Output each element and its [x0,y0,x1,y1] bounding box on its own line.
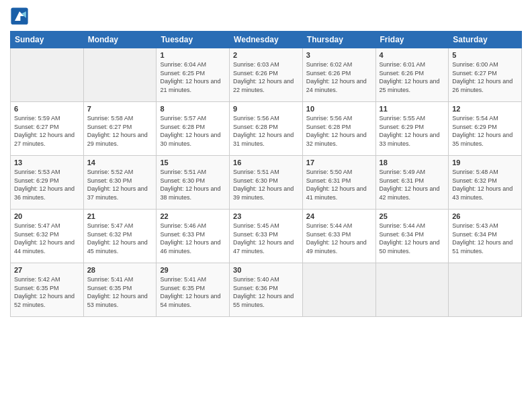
header-cell-monday: Monday [83,32,157,48]
day-cell: 4Sunrise: 6:01 AMSunset: 6:26 PMDaylight… [375,48,449,102]
sun-info: Sunrise: 5:51 AMSunset: 6:30 PMDaylight:… [160,168,226,201]
header-cell-saturday: Saturday [449,32,522,48]
day-cell [11,48,84,102]
day-number: 24 [306,212,372,220]
day-number: 26 [452,212,518,220]
sun-info: Sunrise: 5:47 AMSunset: 6:32 PMDaylight:… [87,222,153,255]
day-cell: 15Sunrise: 5:51 AMSunset: 6:30 PMDayligh… [157,156,230,210]
day-cell: 2Sunrise: 6:03 AMSunset: 6:26 PMDaylight… [230,48,303,102]
sun-info: Sunrise: 5:43 AMSunset: 6:34 PMDaylight:… [452,222,518,255]
sun-info: Sunrise: 6:04 AMSunset: 6:25 PMDaylight:… [160,60,226,94]
day-cell: 21Sunrise: 5:47 AMSunset: 6:32 PMDayligh… [83,210,157,263]
day-number: 7 [87,105,153,113]
week-row-2: 6Sunrise: 5:59 AMSunset: 6:27 PMDaylight… [11,102,522,156]
day-cell: 16Sunrise: 5:51 AMSunset: 6:30 PMDayligh… [230,156,303,210]
day-number: 9 [233,105,299,113]
day-number: 12 [452,105,518,113]
day-cell: 25Sunrise: 5:44 AMSunset: 6:34 PMDayligh… [375,210,449,263]
day-cell: 8Sunrise: 5:57 AMSunset: 6:28 PMDaylight… [157,102,230,156]
sun-info: Sunrise: 5:56 AMSunset: 6:28 PMDaylight:… [233,114,299,148]
day-number: 30 [233,266,299,274]
day-number: 10 [306,105,372,113]
sun-info: Sunrise: 5:54 AMSunset: 6:29 PMDaylight:… [452,114,518,148]
day-cell [375,263,449,317]
sun-info: Sunrise: 5:47 AMSunset: 6:32 PMDaylight:… [14,222,80,255]
day-cell [83,48,157,102]
day-number: 19 [452,158,518,167]
day-cell: 24Sunrise: 5:44 AMSunset: 6:33 PMDayligh… [302,210,375,263]
sun-info: Sunrise: 5:49 AMSunset: 6:31 PMDaylight:… [380,168,445,201]
sun-info: Sunrise: 5:50 AMSunset: 6:31 PMDaylight:… [306,168,372,201]
day-number: 27 [14,266,80,274]
day-cell: 11Sunrise: 5:55 AMSunset: 6:29 PMDayligh… [375,102,449,156]
day-number: 15 [160,158,226,167]
week-row-5: 27Sunrise: 5:42 AMSunset: 6:35 PMDayligh… [11,263,522,317]
day-cell [302,263,375,317]
day-number: 3 [306,51,372,59]
header-cell-thursday: Thursday [302,32,375,48]
sun-info: Sunrise: 5:42 AMSunset: 6:35 PMDaylight:… [14,275,80,309]
day-cell: 14Sunrise: 5:52 AMSunset: 6:30 PMDayligh… [83,156,157,210]
day-number: 2 [233,51,299,59]
sun-info: Sunrise: 6:01 AMSunset: 6:26 PMDaylight:… [380,60,445,94]
day-cell: 3Sunrise: 6:02 AMSunset: 6:26 PMDaylight… [302,48,375,102]
sun-info: Sunrise: 5:51 AMSunset: 6:30 PMDaylight:… [233,168,299,201]
day-cell: 29Sunrise: 5:41 AMSunset: 6:35 PMDayligh… [157,263,230,317]
day-cell: 23Sunrise: 5:45 AMSunset: 6:33 PMDayligh… [230,210,303,263]
day-cell: 13Sunrise: 5:53 AMSunset: 6:29 PMDayligh… [11,156,84,210]
day-number: 6 [14,105,80,113]
sun-info: Sunrise: 5:44 AMSunset: 6:34 PMDaylight:… [380,222,445,255]
day-number: 18 [380,158,445,167]
day-number: 22 [160,212,226,220]
sun-info: Sunrise: 5:41 AMSunset: 6:35 PMDaylight:… [87,275,153,309]
header-cell-tuesday: Tuesday [157,32,230,48]
sun-info: Sunrise: 6:00 AMSunset: 6:27 PMDaylight:… [452,60,518,94]
sun-info: Sunrise: 5:57 AMSunset: 6:28 PMDaylight:… [160,114,226,148]
day-cell: 9Sunrise: 5:56 AMSunset: 6:28 PMDaylight… [230,102,303,156]
sun-info: Sunrise: 5:48 AMSunset: 6:32 PMDaylight:… [452,168,518,201]
calendar-header: SundayMondayTuesdayWednesdayThursdayFrid… [11,32,522,48]
day-cell: 18Sunrise: 5:49 AMSunset: 6:31 PMDayligh… [375,156,449,210]
day-number: 4 [380,51,445,59]
sun-info: Sunrise: 5:56 AMSunset: 6:28 PMDaylight:… [306,114,372,148]
sun-info: Sunrise: 5:44 AMSunset: 6:33 PMDaylight:… [306,222,372,255]
day-cell: 7Sunrise: 5:58 AMSunset: 6:27 PMDaylight… [83,102,157,156]
day-cell: 6Sunrise: 5:59 AMSunset: 6:27 PMDaylight… [11,102,84,156]
day-cell: 1Sunrise: 6:04 AMSunset: 6:25 PMDaylight… [157,48,230,102]
sun-info: Sunrise: 5:41 AMSunset: 6:35 PMDaylight:… [160,275,226,309]
day-number: 25 [380,212,445,220]
day-cell: 30Sunrise: 5:40 AMSunset: 6:36 PMDayligh… [230,263,303,317]
day-cell: 12Sunrise: 5:54 AMSunset: 6:29 PMDayligh… [449,102,522,156]
header-cell-wednesday: Wednesday [230,32,303,48]
day-cell [449,263,522,317]
sun-info: Sunrise: 5:40 AMSunset: 6:36 PMDaylight:… [233,275,299,309]
sun-info: Sunrise: 5:58 AMSunset: 6:27 PMDaylight:… [87,114,153,148]
sun-info: Sunrise: 5:59 AMSunset: 6:27 PMDaylight:… [14,114,80,148]
sun-info: Sunrise: 5:45 AMSunset: 6:33 PMDaylight:… [233,222,299,255]
day-cell: 19Sunrise: 5:48 AMSunset: 6:32 PMDayligh… [449,156,522,210]
day-number: 17 [306,158,372,167]
logo [10,7,32,26]
day-number: 11 [380,105,445,113]
week-row-1: 1Sunrise: 6:04 AMSunset: 6:25 PMDaylight… [11,48,522,102]
day-number: 13 [14,158,80,167]
sun-info: Sunrise: 5:55 AMSunset: 6:29 PMDaylight:… [380,114,445,148]
day-cell: 26Sunrise: 5:43 AMSunset: 6:34 PMDayligh… [449,210,522,263]
day-cell: 10Sunrise: 5:56 AMSunset: 6:28 PMDayligh… [302,102,375,156]
header-cell-friday: Friday [375,32,449,48]
day-cell: 17Sunrise: 5:50 AMSunset: 6:31 PMDayligh… [302,156,375,210]
day-number: 16 [233,158,299,167]
day-number: 29 [160,266,226,274]
calendar-table: SundayMondayTuesdayWednesdayThursdayFrid… [10,31,522,317]
day-number: 14 [87,158,153,167]
day-number: 1 [160,51,226,59]
week-row-3: 13Sunrise: 5:53 AMSunset: 6:29 PMDayligh… [11,156,522,210]
page-container: SundayMondayTuesdayWednesdayThursdayFrid… [0,0,532,411]
sun-info: Sunrise: 6:02 AMSunset: 6:26 PMDaylight:… [306,60,372,94]
sun-info: Sunrise: 5:52 AMSunset: 6:30 PMDaylight:… [87,168,153,201]
sun-info: Sunrise: 5:53 AMSunset: 6:29 PMDaylight:… [14,168,80,201]
header [10,7,522,26]
header-cell-sunday: Sunday [11,32,84,48]
logo-icon [10,7,29,26]
header-row: SundayMondayTuesdayWednesdayThursdayFrid… [11,32,522,48]
